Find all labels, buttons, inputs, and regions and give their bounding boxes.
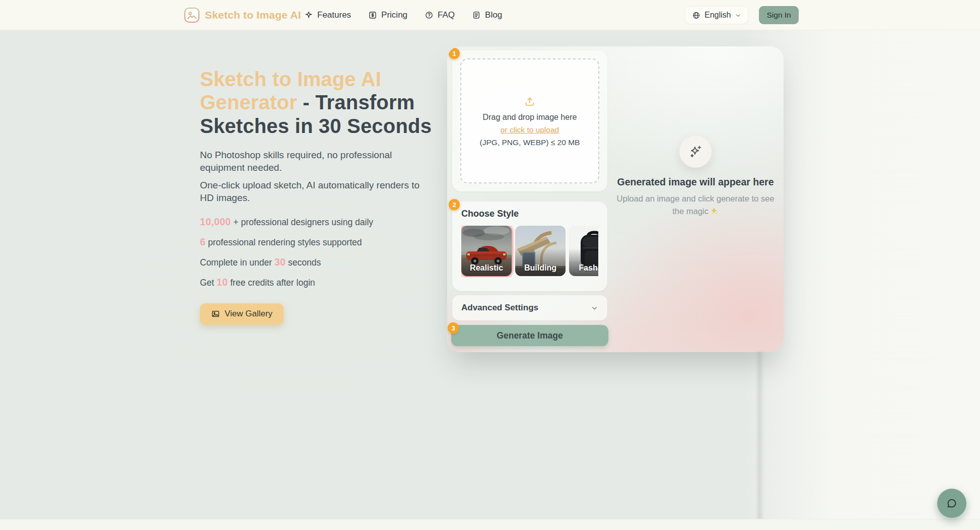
sparkles-emoji [710, 207, 719, 216]
upload-instruction: Drag and drop image here [483, 113, 577, 122]
step-3-badge: 3 [448, 322, 459, 334]
sign-in-button[interactable]: Sign In [759, 6, 798, 24]
stat-value: 10 [217, 277, 228, 288]
stat-designers: 10,000 + professional designers using da… [200, 216, 462, 228]
hero-paragraph-2: One-click upload sketch, AI automaticall… [200, 179, 429, 204]
sparkle-icon [304, 11, 313, 20]
dollar-square-icon [368, 11, 377, 20]
stats-list: 10,000 + professional designers using da… [200, 216, 462, 288]
language-label: English [705, 11, 731, 20]
style-thumbnails: Realistic [461, 226, 598, 277]
section-shadow-divider [755, 352, 764, 522]
stat-value: 10,000 [200, 216, 231, 227]
hero-paragraph-1: No Photoshop skills required, no profess… [200, 149, 429, 174]
stat-value: 6 [200, 236, 205, 247]
logo-icon [184, 7, 200, 23]
choose-style-card: Choose Style [452, 202, 607, 291]
chevron-down-icon [735, 12, 741, 19]
stat-value: 30 [274, 256, 286, 268]
hero-section: Sketch to Image AI Generator - Transform… [200, 68, 462, 324]
upload-formats: (JPG, PNG, WEBP) ≤ 20 MB [480, 138, 580, 147]
nav-label: Pricing [381, 10, 407, 20]
brand-name: Sketch to Image AI [205, 9, 301, 21]
nav-faq[interactable]: FAQ [425, 10, 455, 20]
nav-label: Features [317, 10, 351, 20]
page: Sketch to Image AI Features Pricing [0, 0, 980, 530]
header: Sketch to Image AI Features Pricing [0, 0, 980, 30]
advanced-settings-label: Advanced Settings [461, 303, 538, 313]
view-gallery-button[interactable]: View Gallery [200, 303, 284, 324]
stat-credits: Get 10 free credits after login [200, 277, 462, 288]
step-1-badge: 1 [449, 48, 460, 59]
stat-styles: 6 professional rendering styles supporte… [200, 236, 462, 248]
page-title: Sketch to Image AI Generator - Transform… [200, 68, 462, 138]
chat-bubble-icon [946, 497, 958, 509]
placeholder-title: Generated image will appear here [617, 176, 774, 188]
step-2-badge: 2 [449, 199, 460, 210]
chat-button[interactable] [937, 489, 966, 518]
generate-image-button[interactable]: Generate Image [451, 325, 608, 346]
style-label: Fashion [569, 263, 598, 273]
document-icon [472, 11, 481, 20]
style-option-fashion[interactable]: Fashion [569, 226, 598, 276]
sparkles-icon [687, 144, 704, 160]
brand[interactable]: Sketch to Image AI [184, 0, 301, 30]
header-right: English Sign In [685, 6, 799, 24]
nav-blog[interactable]: Blog [472, 10, 502, 20]
view-gallery-label: View Gallery [225, 309, 272, 319]
upload-link[interactable]: or click to upload [501, 125, 559, 135]
result-placeholder: Generated image will appear here Upload … [607, 46, 784, 352]
style-label: Realistic [461, 263, 512, 273]
chevron-down-icon [591, 304, 598, 312]
nav-features[interactable]: Features [304, 10, 351, 20]
generator-panel: 1 Drag and drop image here or click to u… [447, 46, 784, 352]
advanced-settings-toggle[interactable]: Advanced Settings [452, 295, 607, 320]
choose-style-label: Choose Style [461, 209, 598, 219]
main-nav: Features Pricing FAQ [304, 0, 502, 30]
upload-dropzone[interactable]: Drag and drop image here or click to upl… [460, 58, 599, 183]
placeholder-subtitle: Upload an image and click generate to se… [612, 192, 779, 218]
style-label: Building [515, 263, 566, 273]
globe-icon [692, 11, 701, 20]
nav-label: Blog [485, 10, 502, 20]
language-selector[interactable]: English [685, 6, 748, 24]
question-circle-icon [425, 11, 434, 20]
upload-card: Drag and drop image here or click to upl… [452, 50, 607, 191]
nav-pricing[interactable]: Pricing [368, 10, 407, 20]
nav-label: FAQ [438, 10, 455, 20]
style-option-building[interactable]: Building [515, 226, 566, 276]
upload-icon [523, 95, 536, 108]
next-section-edge [0, 519, 980, 530]
sparkle-circle [679, 136, 712, 168]
style-option-realistic[interactable]: Realistic [461, 226, 512, 276]
image-icon [211, 309, 220, 318]
stat-speed: Complete in under 30 seconds [200, 256, 462, 268]
